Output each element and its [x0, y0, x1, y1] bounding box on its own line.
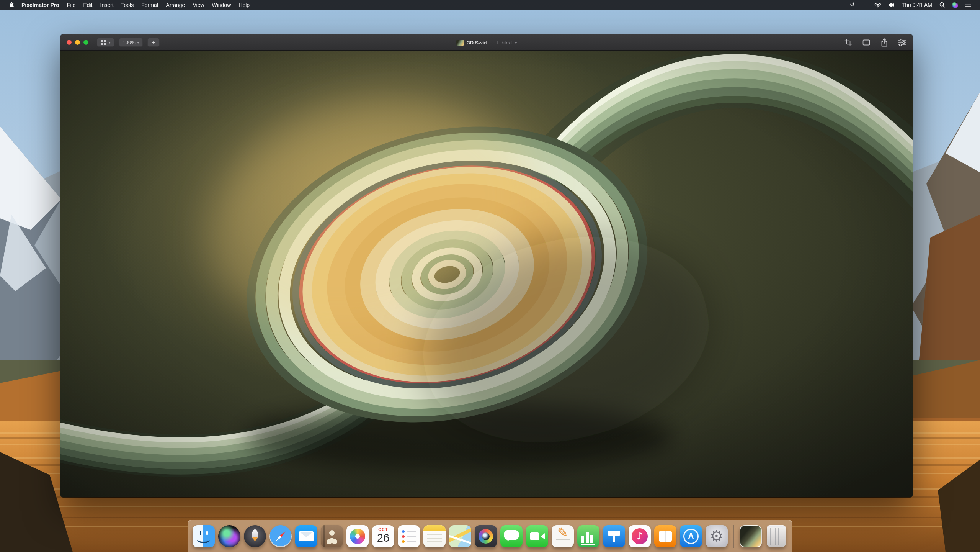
finder-icon — [193, 525, 215, 547]
menu-view[interactable]: View — [189, 0, 208, 10]
search-icon — [939, 2, 945, 8]
menu-format[interactable]: Format — [137, 0, 162, 10]
menu-arrange[interactable]: Arrange — [162, 0, 189, 10]
traffic-lights — [67, 40, 88, 45]
siri-icon — [218, 525, 240, 547]
contacts-icon — [321, 525, 343, 547]
menu-file[interactable]: File — [63, 0, 80, 10]
display-icon — [862, 3, 867, 7]
menu-edit[interactable]: Edit — [79, 0, 96, 10]
calendar-month-label: OCT — [378, 528, 388, 532]
time-machine-menu[interactable]: ↺ — [846, 0, 858, 10]
dock-separator — [733, 525, 734, 548]
siri-icon — [952, 2, 958, 8]
canvas[interactable] — [60, 51, 913, 497]
spotlight-menu[interactable] — [936, 0, 949, 10]
dock-item-keynote[interactable] — [603, 525, 625, 547]
share-icon — [880, 38, 888, 47]
document-icon — [456, 40, 464, 46]
dock-item-calendar[interactable]: OCT26 — [372, 525, 394, 547]
export-button[interactable] — [880, 38, 888, 47]
dock-item-downloads[interactable] — [740, 525, 762, 547]
downloads-icon — [740, 525, 762, 547]
canvas-icon — [862, 39, 871, 46]
messages-icon — [500, 525, 523, 547]
dock-item-messages[interactable] — [500, 525, 523, 547]
volume-menu[interactable] — [885, 0, 898, 10]
wifi-menu[interactable] — [871, 0, 885, 10]
window-titlebar: ▾ 100% ▾ + 3D Swirl — Edited ▾ — [60, 34, 913, 51]
dock-item-system-preferences[interactable] — [706, 525, 728, 547]
photo-booth-icon — [475, 525, 497, 547]
view-options-button[interactable]: ▾ — [97, 38, 114, 47]
photos-icon — [346, 525, 369, 547]
crop-button[interactable] — [844, 39, 852, 46]
close-button[interactable] — [67, 40, 72, 45]
dock-item-finder[interactable] — [193, 525, 215, 547]
notification-center-menu[interactable] — [962, 0, 975, 10]
dock-item-itunes[interactable] — [629, 525, 651, 547]
dock-item-siri[interactable] — [218, 525, 240, 547]
app-menus: FileEditInsertToolsFormatArrangeViewWind… — [63, 0, 253, 10]
calendar-icon: OCT26 — [372, 525, 394, 547]
menu-bar-clock[interactable]: Thu 9:41 AM — [898, 2, 936, 8]
volume-icon — [888, 2, 895, 8]
pixelmator-window: ▾ 100% ▾ + 3D Swirl — Edited ▾ — [60, 34, 913, 497]
dock-item-safari[interactable] — [270, 525, 292, 547]
wifi-icon — [874, 2, 881, 8]
title-chevron-icon: ▾ — [515, 41, 517, 45]
apple-menu[interactable] — [5, 0, 18, 10]
chevron-down-icon: ▾ — [109, 41, 111, 44]
menu-help[interactable]: Help — [235, 0, 253, 10]
app-menu-title[interactable]: Pixelmator Pro — [18, 2, 63, 8]
itunes-icon — [629, 525, 651, 547]
dock: OCT26 — [188, 520, 792, 552]
minimize-button[interactable] — [75, 40, 80, 45]
dock-item-contacts[interactable] — [321, 525, 343, 547]
desktop: Pixelmator Pro FileEditInsertToolsFormat… — [0, 0, 980, 552]
add-button[interactable]: + — [147, 38, 159, 47]
dock-item-facetime[interactable] — [526, 525, 548, 547]
dock-item-appstore[interactable] — [680, 525, 702, 547]
sliders-icon — [898, 39, 906, 46]
crop-icon — [844, 39, 852, 46]
dock-item-maps[interactable] — [449, 525, 471, 547]
menu-tools[interactable]: Tools — [118, 0, 138, 10]
displays-menu[interactable] — [858, 0, 871, 10]
siri-menu[interactable] — [949, 0, 962, 10]
add-button-label: + — [152, 39, 155, 46]
dock-item-launchpad[interactable] — [244, 525, 266, 547]
reminders-icon — [398, 525, 420, 547]
dock-item-reminders[interactable] — [398, 525, 420, 547]
thumbnails-icon — [101, 40, 103, 42]
dock-item-photos[interactable] — [346, 525, 369, 547]
fullscreen-button[interactable] — [83, 40, 88, 45]
dock-item-mail[interactable] — [295, 525, 317, 547]
launchpad-icon — [244, 525, 266, 547]
apple-icon — [8, 2, 14, 8]
trash-icon — [767, 525, 786, 547]
mail-icon — [295, 525, 317, 547]
dock-item-pages[interactable] — [552, 525, 574, 547]
calendar-day-label: 26 — [377, 532, 389, 544]
maps-icon — [449, 525, 471, 547]
view-settings-button[interactable] — [898, 39, 906, 46]
facetime-icon — [526, 525, 548, 547]
canvas-button[interactable] — [862, 39, 871, 46]
dock-item-numbers[interactable] — [577, 525, 599, 547]
system-preferences-icon — [706, 525, 728, 547]
chevron-down-icon: ▾ — [137, 41, 139, 44]
menu-window[interactable]: Window — [208, 0, 235, 10]
dock-item-ibooks[interactable] — [654, 525, 676, 547]
ibooks-icon — [654, 525, 676, 547]
dock-item-photo-booth[interactable] — [475, 525, 497, 547]
menu-insert[interactable]: Insert — [96, 0, 118, 10]
notification-center-icon — [965, 2, 971, 7]
dock-item-trash[interactable] — [765, 525, 787, 547]
document-edited-status: — Edited — [490, 40, 512, 46]
dock-item-notes[interactable] — [423, 525, 446, 547]
window-title[interactable]: 3D Swirl — Edited ▾ — [456, 34, 517, 51]
zoom-level-dropdown[interactable]: 100% ▾ — [119, 38, 143, 47]
safari-icon — [270, 525, 292, 547]
pages-icon — [552, 525, 574, 547]
